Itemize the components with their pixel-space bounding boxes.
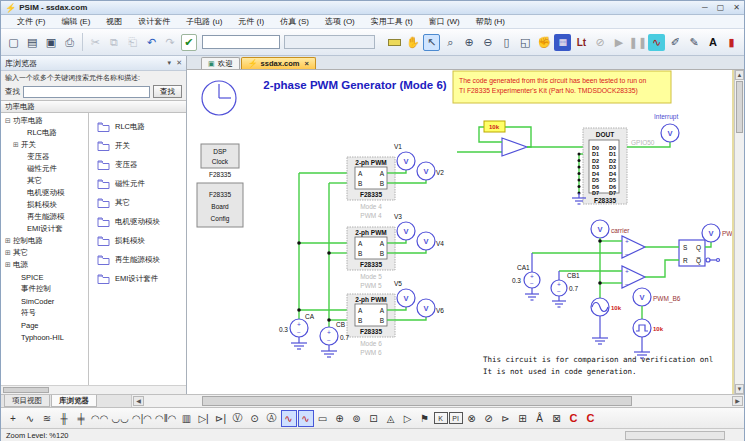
bookmark-icon[interactable]: ▮: [723, 34, 740, 51]
tree-item-others2[interactable]: ⊞ 其它: [3, 247, 88, 259]
tree-item-thermal[interactable]: 损耗模块: [3, 199, 88, 211]
element-multiplier-icon[interactable]: ⊠: [549, 410, 565, 427]
copy-icon[interactable]: ⧉: [106, 34, 123, 51]
print-icon[interactable]: ⎙: [61, 34, 78, 51]
menu-item[interactable]: 子电路 (u): [178, 16, 230, 27]
element-inductor-icon[interactable]: ◠◠: [90, 410, 109, 427]
element-diode-icon[interactable]: ▷|: [196, 410, 212, 427]
close-button[interactable]: ✕: [733, 3, 740, 12]
folder-item-rlc[interactable]: RLC电路: [97, 117, 186, 136]
tree-item-symbols[interactable]: 符号: [3, 307, 88, 319]
redo-icon[interactable]: ↷: [162, 34, 179, 51]
element-summer-icon[interactable]: ⊞: [515, 410, 531, 427]
probe-pwm[interactable]: V PWM: [702, 224, 734, 247]
probe-v1[interactable]: V V1: [394, 143, 415, 173]
cut-icon[interactable]: ✂: [87, 34, 104, 51]
maximize-button[interactable]: ▢: [717, 3, 725, 12]
menu-item[interactable]: 编辑 (E): [53, 16, 98, 27]
undo-icon[interactable]: ↶: [143, 34, 160, 51]
sr-flipflop[interactable]: S Q R Q̅: [645, 240, 720, 277]
minimize-button[interactable]: ─: [702, 3, 708, 12]
element-rheostat-icon[interactable]: ≋: [39, 410, 55, 427]
opamp-10k[interactable]: 10k: [457, 121, 583, 156]
sidebar-close-icon[interactable]: ✕: [176, 59, 182, 67]
tree-item-power-circuit[interactable]: ⊟ 功率电路: [3, 115, 88, 127]
tree-item-sources[interactable]: ⊞ 电源: [3, 259, 88, 271]
tree-item-switches[interactable]: ⊞ 开关: [3, 139, 88, 151]
fit-page-icon[interactable]: ▯: [498, 34, 515, 51]
canvas-hscrollbar[interactable]: ◀ ▶: [131, 395, 744, 407]
menu-item[interactable]: 视图: [98, 16, 130, 27]
sidebar-collapse-icon[interactable]: ▾: [168, 59, 172, 67]
square-source-10k[interactable]: 10k: [633, 319, 664, 358]
source-cb1[interactable]: + − CB1 0.7: [551, 271, 622, 307]
pause-sim-icon[interactable]: ❚❚: [629, 34, 646, 51]
pan2-icon[interactable]: ✊: [536, 34, 553, 51]
ltspice-icon[interactable]: Lt: [573, 34, 590, 51]
search-input[interactable]: [23, 86, 150, 98]
tree-item-transformers[interactable]: 变压器: [3, 151, 88, 163]
source-ca[interactable]: + − CA 0.3: [279, 313, 315, 349]
dock-tab-library-browser[interactable]: 库浏览器: [51, 395, 97, 407]
toolbar-combobox[interactable]: [284, 35, 374, 49]
tree-expander-icon[interactable]: ⊞: [5, 261, 13, 269]
pwm-block-1[interactable]: 2-ph PWM A A B B F28335 Mode 4 PWM 4: [347, 157, 395, 219]
tree-item-magnetics[interactable]: 磁性元件: [3, 163, 88, 175]
tree-item-spice[interactable]: SPICE: [3, 271, 88, 283]
tree-expander-icon[interactable]: ⊞: [13, 141, 21, 149]
board-config-block[interactable]: F28335 Board Config: [197, 183, 243, 227]
tree-item-typhoon-hil[interactable]: Typhoon-HIL: [3, 331, 88, 343]
simview-icon[interactable]: ∿: [648, 34, 665, 51]
tree-item-emi[interactable]: EMI设计套: [3, 223, 88, 235]
tab-close-icon[interactable]: ×: [304, 59, 308, 68]
scroll-up-icon[interactable]: ▲: [735, 70, 744, 80]
element-buffer-icon[interactable]: ⊳: [498, 410, 514, 427]
element-c-block-icon[interactable]: C: [566, 410, 582, 427]
scroll-right-icon[interactable]: ▶: [732, 396, 743, 406]
edit-pencil-icon[interactable]: ✐: [667, 34, 684, 51]
element-wire-icon[interactable]: +: [5, 410, 21, 427]
element-c-script-icon[interactable]: C: [583, 410, 599, 427]
simcoder-icon[interactable]: ▦: [554, 34, 571, 51]
dout-block[interactable]: DOUT D0D0 D1D1 D2D2 D3D3 D4D4 D5D5 D6D6 …: [572, 128, 655, 204]
folder-item-others[interactable]: 其它: [97, 193, 186, 212]
source-cb[interactable]: + − CB 0.7: [320, 321, 349, 357]
element-voltage-probe2-icon[interactable]: ⊙: [247, 410, 263, 427]
element-gain-icon[interactable]: ▷: [400, 410, 416, 427]
folder-item-magnetics[interactable]: 磁性元件: [97, 174, 186, 193]
sine-source-10k[interactable]: 10k: [591, 298, 622, 344]
tab-document[interactable]: ⚡ ssdax.com ×: [241, 57, 316, 69]
folder-item-motor-drive[interactable]: 电机驱动模块: [97, 212, 186, 231]
tree-item-rlc[interactable]: RLC电路: [3, 127, 88, 139]
menu-item[interactable]: 帮助 (H): [468, 16, 513, 27]
scroll-left-icon[interactable]: ◀: [133, 396, 144, 406]
pwm-block-2[interactable]: 2-ph PWM A A B B F28335 Mode 5 PWM 5: [347, 227, 395, 289]
element-scope-1ch-icon[interactable]: ∿: [281, 410, 297, 427]
element-square-source-icon[interactable]: ⊡: [366, 410, 382, 427]
search-button[interactable]: 查找: [153, 85, 182, 98]
place-text-icon[interactable]: A: [705, 34, 722, 51]
element-sine-source-icon[interactable]: ⊚: [349, 410, 365, 427]
menu-item[interactable]: 仿真 (S): [272, 16, 317, 27]
tree-item-event-control[interactable]: 事件控制: [3, 283, 88, 295]
zoom-out-icon[interactable]: ⊖: [479, 34, 496, 51]
folder-item-transformers[interactable]: 变压器: [97, 155, 186, 174]
menu-item[interactable]: 设计套件: [130, 16, 178, 27]
menu-item[interactable]: 实用工具 (t): [363, 16, 421, 27]
element-dll-block-icon[interactable]: ▥: [179, 410, 195, 427]
element-transformer-icon[interactable]: ◠|◠: [131, 410, 153, 427]
element-sensor-icon[interactable]: Å: [532, 410, 548, 427]
menu-item[interactable]: 窗口 (W): [421, 16, 468, 27]
schematic-sheet[interactable]: 2-phase PWM Generator (Mode 6) The code …: [187, 70, 734, 394]
element-subcircuit-icon[interactable]: ▭: [315, 410, 331, 427]
run-sim-icon[interactable]: ▶: [611, 34, 628, 51]
tree-item-motor-drive[interactable]: 电机驱动模: [3, 187, 88, 199]
menu-item[interactable]: 文件 (F): [9, 16, 53, 27]
folder-item-switches[interactable]: 开关: [97, 136, 186, 155]
sidebar-hscrollbar[interactable]: [1, 385, 186, 394]
dock-tab-project-view[interactable]: 项目视图: [4, 395, 50, 407]
pwm-block-3[interactable]: 2-ph PWM A A B B F28335 Mode 6 PWM 6: [347, 294, 395, 356]
element-thyristor-icon[interactable]: ⊳|: [213, 410, 229, 427]
note-box[interactable]: The code generated from this circuit has…: [453, 71, 671, 103]
menu-item[interactable]: 元件 (I): [230, 16, 272, 27]
